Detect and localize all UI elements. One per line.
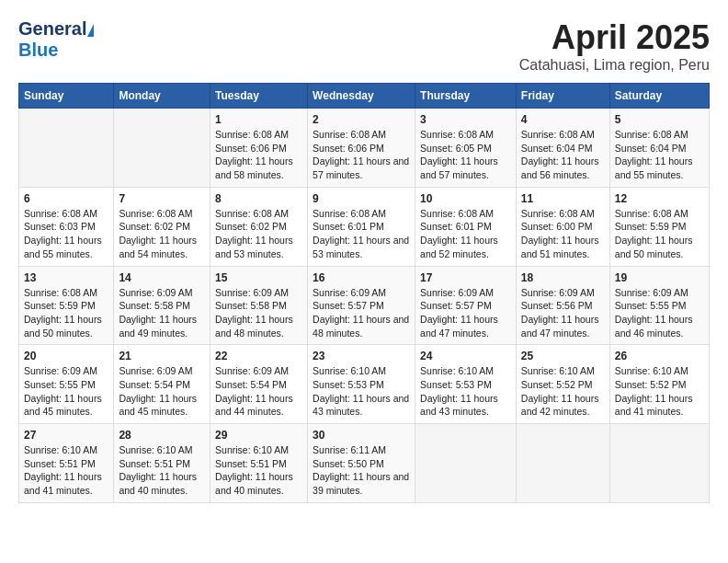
sunset-text: Sunset: 6:00 PM — [521, 221, 593, 232]
day-number: 17 — [420, 271, 511, 284]
day-number: 14 — [119, 271, 205, 284]
calendar-cell — [114, 109, 210, 188]
sunset-text: Sunset: 6:04 PM — [615, 143, 687, 154]
logo-general: General — [18, 18, 86, 39]
sunrise-text: Sunrise: 6:08 AM — [420, 129, 494, 140]
sunrise-text: Sunrise: 6:09 AM — [521, 287, 595, 298]
sunrise-text: Sunrise: 6:08 AM — [313, 129, 386, 140]
calendar-cell — [415, 424, 517, 503]
sunset-text: Sunset: 5:57 PM — [420, 300, 492, 311]
daylight-text: Daylight: 11 hours and 55 minutes. — [24, 235, 102, 259]
daylight-text: Daylight: 11 hours and 53 minutes. — [215, 235, 293, 259]
sunrise-text: Sunrise: 6:08 AM — [215, 208, 289, 219]
sunset-text: Sunset: 5:58 PM — [215, 300, 287, 311]
sunrise-text: Sunrise: 6:09 AM — [313, 287, 386, 298]
sunset-text: Sunset: 5:56 PM — [521, 300, 593, 311]
sunrise-text: Sunrise: 6:10 AM — [521, 365, 595, 376]
calendar-cell: 8Sunrise: 6:08 AMSunset: 6:02 PMDaylight… — [210, 187, 308, 266]
sunset-text: Sunset: 6:04 PM — [521, 143, 593, 154]
day-number: 11 — [521, 192, 605, 205]
calendar-cell: 29Sunrise: 6:10 AMSunset: 5:51 PMDayligh… — [210, 424, 308, 503]
daylight-text: Daylight: 11 hours and 41 minutes. — [24, 471, 102, 496]
sunrise-text: Sunrise: 6:08 AM — [313, 208, 386, 219]
sunset-text: Sunset: 5:51 PM — [119, 458, 190, 469]
sunset-text: Sunset: 5:59 PM — [615, 221, 687, 232]
calendar-cell: 30Sunrise: 6:11 AMSunset: 5:50 PMDayligh… — [308, 424, 415, 503]
sunrise-text: Sunrise: 6:08 AM — [24, 287, 97, 298]
sunset-text: Sunset: 5:59 PM — [24, 300, 96, 311]
sunset-text: Sunset: 5:50 PM — [313, 458, 384, 469]
daylight-text: Daylight: 11 hours and 39 minutes. — [313, 471, 409, 496]
title-area: April 2025 Catahuasi, Lima region, Peru — [519, 18, 710, 74]
calendar-week-row: 6Sunrise: 6:08 AMSunset: 6:03 PMDaylight… — [19, 187, 710, 266]
sunrise-text: Sunrise: 6:09 AM — [215, 365, 289, 376]
daylight-text: Daylight: 11 hours and 45 minutes. — [24, 393, 102, 418]
calendar-cell: 24Sunrise: 6:10 AMSunset: 5:53 PMDayligh… — [415, 345, 517, 424]
day-number: 23 — [313, 350, 410, 362]
daylight-text: Daylight: 11 hours and 40 minutes. — [215, 471, 293, 496]
sunset-text: Sunset: 6:06 PM — [215, 143, 287, 154]
daylight-text: Daylight: 11 hours and 54 minutes. — [119, 235, 197, 259]
calendar-cell: 16Sunrise: 6:09 AMSunset: 5:57 PMDayligh… — [308, 266, 415, 345]
calendar-cell: 21Sunrise: 6:09 AMSunset: 5:54 PMDayligh… — [114, 345, 210, 424]
sunrise-text: Sunrise: 6:10 AM — [313, 365, 386, 376]
sunrise-text: Sunrise: 6:09 AM — [119, 365, 192, 376]
weekday-header-tuesday: Tuesday — [210, 84, 308, 109]
calendar-cell: 14Sunrise: 6:09 AMSunset: 5:58 PMDayligh… — [114, 266, 210, 345]
day-number: 19 — [615, 271, 704, 284]
daylight-text: Daylight: 11 hours and 50 minutes. — [24, 314, 102, 339]
sunrise-text: Sunrise: 6:10 AM — [24, 444, 97, 455]
day-number: 10 — [420, 192, 511, 205]
logo: General Blue — [18, 18, 94, 61]
day-number: 26 — [615, 350, 704, 362]
daylight-text: Daylight: 11 hours and 41 minutes. — [615, 393, 693, 418]
sunrise-text: Sunrise: 6:09 AM — [615, 287, 688, 298]
weekday-header-row: SundayMondayTuesdayWednesdayThursdayFrid… — [19, 84, 710, 109]
daylight-text: Daylight: 11 hours and 40 minutes. — [119, 471, 197, 496]
day-number: 25 — [521, 350, 605, 362]
daylight-text: Daylight: 11 hours and 56 minutes. — [521, 155, 599, 180]
page-title: April 2025 — [519, 18, 710, 57]
sunset-text: Sunset: 5:55 PM — [24, 379, 96, 390]
calendar-cell: 2Sunrise: 6:08 AMSunset: 6:06 PMDaylight… — [308, 109, 415, 188]
day-number: 7 — [119, 192, 205, 205]
calendar-cell — [516, 424, 609, 503]
sunset-text: Sunset: 5:57 PM — [313, 300, 384, 311]
calendar-cell: 1Sunrise: 6:08 AMSunset: 6:06 PMDaylight… — [210, 109, 308, 188]
daylight-text: Daylight: 11 hours and 58 minutes. — [215, 155, 293, 180]
calendar-cell: 4Sunrise: 6:08 AMSunset: 6:04 PMDaylight… — [516, 109, 609, 188]
sunset-text: Sunset: 5:53 PM — [420, 379, 492, 390]
day-number: 3 — [420, 113, 511, 126]
sunrise-text: Sunrise: 6:10 AM — [119, 444, 192, 455]
daylight-text: Daylight: 11 hours and 47 minutes. — [420, 314, 498, 339]
daylight-text: Daylight: 11 hours and 50 minutes. — [615, 235, 693, 259]
sunrise-text: Sunrise: 6:08 AM — [215, 129, 289, 140]
sunrise-text: Sunrise: 6:09 AM — [420, 287, 494, 298]
daylight-text: Daylight: 11 hours and 57 minutes. — [313, 155, 409, 180]
sunset-text: Sunset: 6:01 PM — [313, 221, 384, 232]
calendar-cell: 13Sunrise: 6:08 AMSunset: 5:59 PMDayligh… — [19, 266, 114, 345]
sunrise-text: Sunrise: 6:08 AM — [24, 208, 97, 219]
sunset-text: Sunset: 6:03 PM — [24, 221, 96, 232]
calendar-cell: 12Sunrise: 6:08 AMSunset: 5:59 PMDayligh… — [609, 187, 709, 266]
daylight-text: Daylight: 11 hours and 43 minutes. — [420, 393, 498, 418]
sunrise-text: Sunrise: 6:08 AM — [119, 208, 192, 219]
daylight-text: Daylight: 11 hours and 48 minutes. — [215, 314, 293, 339]
day-number: 21 — [119, 350, 205, 362]
sunrise-text: Sunrise: 6:09 AM — [119, 287, 192, 298]
sunrise-text: Sunrise: 6:10 AM — [420, 365, 494, 376]
calendar-cell: 7Sunrise: 6:08 AMSunset: 6:02 PMDaylight… — [114, 187, 210, 266]
daylight-text: Daylight: 11 hours and 44 minutes. — [215, 393, 293, 418]
page-subtitle: Catahuasi, Lima region, Peru — [519, 57, 710, 74]
sunset-text: Sunset: 5:52 PM — [521, 379, 593, 390]
sunset-text: Sunset: 6:05 PM — [420, 143, 492, 154]
calendar-cell: 11Sunrise: 6:08 AMSunset: 6:00 PMDayligh… — [516, 187, 609, 266]
day-number: 1 — [215, 113, 302, 126]
sunset-text: Sunset: 6:02 PM — [119, 221, 190, 232]
calendar-cell: 15Sunrise: 6:09 AMSunset: 5:58 PMDayligh… — [210, 266, 308, 345]
day-number: 20 — [24, 350, 108, 362]
calendar-week-row: 1Sunrise: 6:08 AMSunset: 6:06 PMDaylight… — [19, 109, 710, 188]
day-number: 9 — [313, 192, 410, 205]
daylight-text: Daylight: 11 hours and 45 minutes. — [119, 393, 197, 418]
calendar-cell: 18Sunrise: 6:09 AMSunset: 5:56 PMDayligh… — [516, 266, 609, 345]
